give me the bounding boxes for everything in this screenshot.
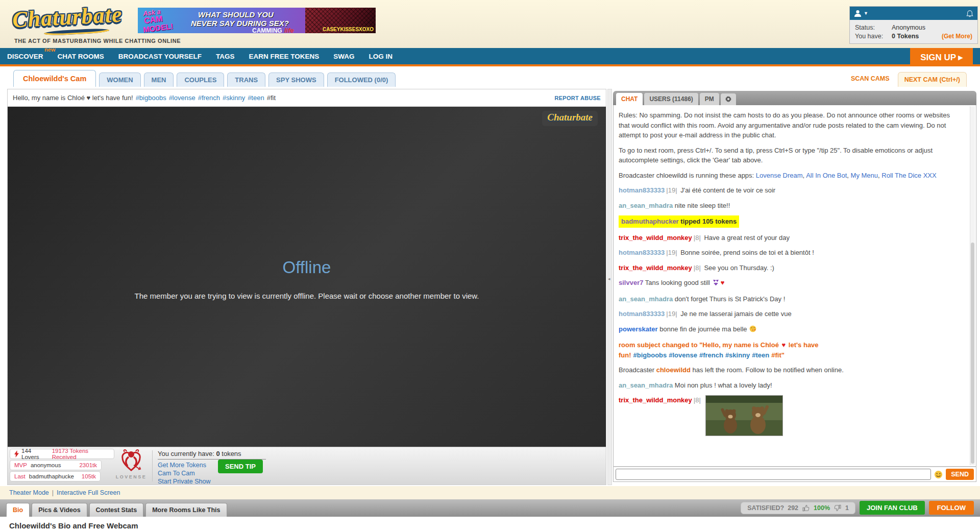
hashtag-bigboobs[interactable]: #bigboobs	[633, 351, 667, 359]
emoji-picker-icon[interactable]	[934, 470, 943, 479]
chat-tab-users-11486[interactable]: USERS (11486)	[644, 93, 698, 105]
chat-message-input[interactable]	[616, 469, 931, 480]
chat-message: trix_the_wildd_monkey|8| See you on Thur…	[619, 263, 963, 273]
hashtag-french[interactable]: #french	[699, 351, 723, 359]
chaturbate-logo[interactable]: Chaturbate	[12, 1, 123, 33]
bikini-emoji	[713, 279, 719, 289]
chat-username[interactable]: trix_the_wildd_monkey	[619, 396, 692, 404]
chat-scrollbar[interactable]	[970, 106, 975, 465]
chat-username[interactable]: an_sean_mhadra	[619, 202, 673, 209]
chat-username[interactable]: trix_the_wildd_monkey	[619, 264, 692, 272]
app-link-lovense-dream[interactable]: Lovense Dream	[756, 172, 803, 179]
join-fan-club-button[interactable]: JOIN FAN CLUB	[860, 501, 925, 515]
tab-women[interactable]: WOMEN	[99, 73, 140, 87]
hashtag-skinny[interactable]: #skinny	[725, 351, 750, 359]
mvp-amount: 2301tk	[79, 462, 97, 468]
chat-message: badmuthaphucker tipped 105 tokens	[619, 215, 963, 228]
chat-username[interactable]: chloewildd	[656, 366, 691, 374]
user-panel-header[interactable]: ▼	[850, 7, 977, 20]
tab-more-rooms-like-this[interactable]: More Rooms Like This	[145, 503, 227, 517]
tab-pics-videos[interactable]: Pics & Videos	[32, 503, 87, 517]
kiss-emoji	[749, 325, 756, 335]
chat-username[interactable]: hotman833333	[619, 249, 665, 256]
tab-men[interactable]: MEN	[144, 73, 174, 87]
app-link-roll-the-dice-xxx[interactable]: Roll The Dice XXX	[881, 172, 936, 179]
ad-headline-1: WHAT SHOULD YOU	[198, 10, 274, 19]
main-content: Hello, my name is Chloé ♥ let's have fun…	[5, 87, 975, 486]
hashtag-bigboobs[interactable]: #bigboobs	[136, 94, 166, 102]
room-tabs: Chloewildd's Cam WOMENMENCOUPLESTRANSSPY…	[0, 68, 980, 87]
nav-item-chat-rooms[interactable]: CHAT ROOMS	[58, 53, 104, 60]
chat-username[interactable]: badmuthaphucker	[621, 218, 679, 225]
chat-message: an_sean_mhadra Moi non plus ! what a lov…	[619, 380, 963, 391]
nav-item-tags[interactable]: TAGS	[216, 53, 235, 60]
ad-headline-2: NEVER SAY DURING SEX?	[191, 19, 289, 28]
chat-message: powerskater bonne fin de journée ma bell…	[619, 324, 963, 335]
chat-username[interactable]: hotman833333	[619, 310, 665, 318]
tokens-received: 19173 Tokens Received	[52, 448, 110, 460]
chat-tab-chat[interactable]: CHAT	[616, 93, 643, 105]
nav-item-broadcast-yourself[interactable]: BROADCAST YOURSELF	[118, 53, 202, 60]
chat-image-bears[interactable]	[705, 395, 783, 436]
age-badge: |8|	[694, 264, 701, 272]
chat-collapse-handle[interactable]: ◂	[607, 89, 612, 485]
ad-camming: CAMMING	[252, 27, 282, 33]
thumbs-down-icon[interactable]	[834, 504, 842, 512]
get-more-link[interactable]: (Get More)	[942, 33, 972, 40]
hashtag-teen[interactable]: #teen	[248, 94, 264, 102]
tab-bio[interactable]: Bio	[6, 503, 30, 517]
chat-username[interactable]: hotman833333	[619, 186, 665, 194]
hashtag-lovense[interactable]: #lovense	[169, 94, 195, 102]
chat-tab-pm[interactable]: PM	[700, 93, 719, 105]
report-abuse-link[interactable]: REPORT ABUSE	[554, 95, 601, 101]
bell-icon[interactable]	[966, 10, 973, 17]
mvp-name: anonymous	[31, 462, 61, 468]
tab-followed-0-0[interactable]: FOLLOWED (0/0)	[327, 73, 396, 87]
nav-item-swag[interactable]: SWAG	[333, 53, 354, 60]
tab-broadcaster-cam[interactable]: Chloewildd's Cam	[13, 70, 96, 87]
chat-scrollbar-thumb[interactable]	[971, 243, 974, 464]
room-subject-tail: #fit"	[771, 351, 785, 359]
send-tip-button[interactable]: SEND TIP	[218, 460, 263, 473]
nav-item-earn-free-tokens[interactable]: EARN FREE TOKENS	[249, 53, 320, 60]
app-link-my-menu[interactable]: My Menu	[851, 172, 878, 179]
theater-mode-link[interactable]: Theater Mode	[9, 489, 49, 496]
chat-username[interactable]: trix_the_wildd_monkey	[619, 234, 692, 242]
hashtag-french[interactable]: #french	[198, 94, 220, 102]
next-cam-button[interactable]: NEXT CAM (Ctrl+/)	[898, 72, 967, 87]
gear-tab[interactable]	[721, 93, 736, 105]
nav-item-log-in[interactable]: LOG IN	[369, 53, 393, 60]
watermark-logo: Chaturbate	[547, 112, 593, 123]
tab-contest-stats[interactable]: Contest Stats	[89, 503, 144, 517]
chat-send-button[interactable]: SEND	[946, 469, 974, 480]
chat-username[interactable]: silvver7	[619, 279, 643, 286]
chat-username[interactable]: an_sean_mhadra	[619, 295, 673, 303]
hashtag-teen[interactable]: #teen	[752, 351, 769, 359]
upvote-count: 292	[788, 504, 798, 512]
nav-item-discover[interactable]: DISCOVERnew	[7, 53, 43, 60]
chat-username[interactable]: powerskater	[619, 325, 658, 333]
app-link-all-in-one-bot[interactable]: All In One Bot	[806, 172, 847, 179]
tokens-value: 0 Tokens	[892, 33, 919, 40]
ad-banner[interactable]: Ask a CAM MODEL! WHAT SHOULD YOU NEVER S…	[138, 8, 376, 33]
tab-spy-shows[interactable]: SPY SHOWS	[268, 73, 324, 87]
follow-button[interactable]: FOLLOW	[929, 501, 974, 515]
thumbs-up-icon[interactable]	[802, 504, 810, 512]
tip-link-start-private-show[interactable]: Start Private Show	[158, 477, 290, 486]
offline-title: Offline	[8, 258, 606, 277]
hashtag-skinny[interactable]: #skinny	[223, 94, 245, 102]
stats-row: 144 Lovers 19173 Tokens Received MVP ano…	[8, 447, 606, 485]
signup-button[interactable]: SIGN UP ▸	[910, 48, 973, 66]
tab-trans[interactable]: TRANS	[227, 73, 265, 87]
fullscreen-link[interactable]: Interactive Full Screen	[57, 489, 120, 496]
site-tagline: THE ACT OF MASTURBATING WHILE CHATTING O…	[14, 38, 181, 44]
tab-couples[interactable]: COUPLES	[177, 73, 224, 87]
lovense-logo[interactable]: LOVENSE	[113, 448, 150, 479]
offline-message: The member you are trying to view is cur…	[8, 292, 606, 300]
chat-message: hotman833333|19| Je ne me lasserai jamai…	[619, 309, 963, 319]
site-header: Chaturbate THE ACT OF MASTURBATING WHILE…	[0, 0, 980, 48]
chat-username[interactable]: an_sean_mhadra	[619, 381, 673, 389]
scan-cams-link[interactable]: SCAN CAMS	[851, 75, 890, 87]
room-title: Hello, my name is Chloé ♥ let's have fun…	[13, 94, 133, 102]
hashtag-lovense[interactable]: #lovense	[669, 351, 697, 359]
